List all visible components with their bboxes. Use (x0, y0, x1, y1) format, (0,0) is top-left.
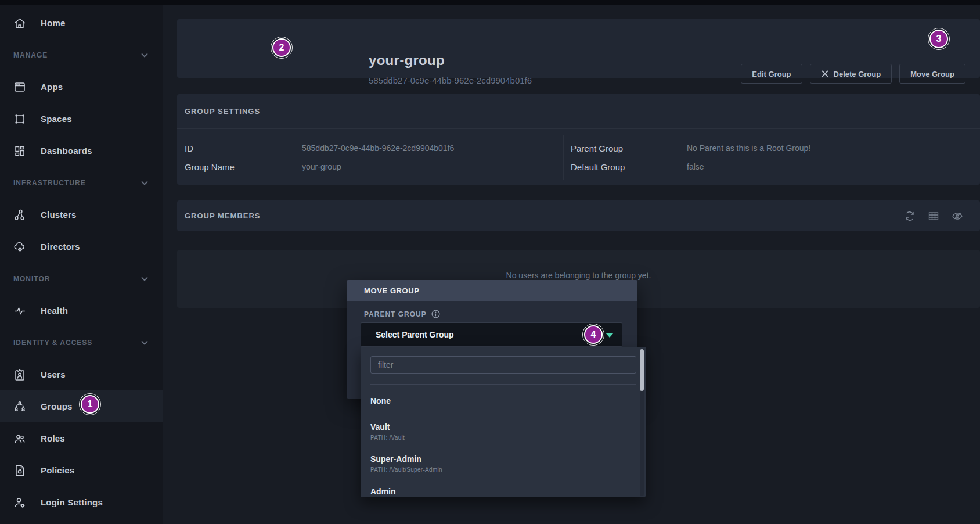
refresh-icon (903, 210, 916, 222)
info-icon[interactable] (431, 310, 440, 318)
setting-value-id: 585ddb27-0c9e-44bb-962e-2cd9904b01f6 (302, 143, 454, 153)
sidebar-item-login-settings[interactable]: Login Settings (0, 486, 163, 518)
sidebar-item-directors[interactable]: Directors (0, 231, 163, 263)
sidebar-item-label: Health (41, 306, 68, 315)
page-title: your-group (369, 52, 445, 69)
modal-titlebar: MOVE GROUP (347, 280, 637, 301)
group-members-heading: GROUP MEMBERS (177, 211, 261, 220)
setting-label-id: ID (185, 143, 193, 153)
sidebar: Home MANAGE Apps Spaces Dashboards INFRA… (0, 5, 163, 524)
select-value: Select Parent Group (376, 330, 454, 339)
sidebar-item-policies[interactable]: Policies (0, 454, 163, 486)
delete-group-button[interactable]: Delete Group (810, 64, 892, 84)
setting-value-group-name: your-group (302, 162, 341, 171)
policies-icon (13, 464, 27, 478)
parent-group-dropdown: None Vault PATH: /Vault Super-Admin PATH… (361, 347, 646, 497)
step-badge-1: 1 (81, 395, 99, 414)
directors-icon (13, 240, 27, 254)
group-settings-heading: GROUP SETTINGS (185, 107, 260, 116)
sidebar-item-label: Groups (41, 401, 73, 411)
step-badge-2: 2 (272, 38, 291, 57)
sidebar-item-label: Spaces (41, 114, 72, 124)
login-settings-icon (13, 496, 27, 509)
sidebar-item-apps[interactable]: Apps (0, 71, 163, 103)
sidebar-section-manage[interactable]: MANAGE (0, 39, 163, 71)
dropdown-option-super-admin[interactable]: Super-Admin PATH: /Vault/Super-Admin (361, 454, 636, 473)
close-x-icon (821, 70, 829, 78)
filter-input[interactable] (370, 356, 636, 374)
eye-off-icon (951, 210, 964, 222)
settings-column-divider (563, 135, 564, 180)
hide-columns-button[interactable] (951, 210, 964, 222)
edit-group-button[interactable]: Edit Group (741, 64, 802, 84)
sidebar-item-label: Login Settings (41, 497, 103, 507)
sidebar-item-roles[interactable]: Roles (0, 422, 163, 454)
home-icon (13, 16, 27, 30)
step-badge-3: 3 (929, 30, 948, 48)
parent-group-field-label: PARENT GROUP (364, 310, 440, 318)
groups-icon (13, 400, 27, 414)
chevron-down-icon (139, 338, 150, 348)
roles-icon (13, 432, 27, 446)
sidebar-item-clusters[interactable]: Clusters (0, 199, 163, 231)
dropdown-option-admin[interactable]: Admin (361, 487, 636, 496)
spaces-icon (13, 112, 27, 126)
sidebar-item-label: Users (41, 369, 66, 379)
users-icon (13, 368, 27, 382)
setting-label-parent-group: Parent Group (571, 143, 623, 153)
sidebar-item-home[interactable]: Home (0, 7, 163, 39)
sidebar-item-users[interactable]: Users (0, 358, 163, 390)
refresh-button[interactable] (903, 210, 916, 222)
step-badge-4: 4 (584, 325, 603, 344)
sidebar-item-label: Home (41, 18, 65, 28)
dropdown-option-vault[interactable]: Vault PATH: /Vault (361, 422, 636, 441)
sidebar-item-label: Clusters (41, 210, 77, 220)
setting-value-default-group: false (687, 162, 704, 171)
sidebar-item-label: Dashboards (41, 146, 92, 156)
sidebar-item-spaces[interactable]: Spaces (0, 103, 163, 135)
move-group-button[interactable]: Move Group (899, 64, 965, 84)
setting-label-group-name: Group Name (185, 162, 235, 172)
chevron-down-icon (139, 178, 150, 188)
dropdown-scrollbar-thumb[interactable] (640, 349, 644, 391)
sidebar-item-dashboards[interactable]: Dashboards (0, 135, 163, 167)
chevron-down-icon (139, 50, 150, 60)
parent-group-select[interactable]: Select Parent Group (361, 322, 622, 347)
health-icon (13, 304, 27, 318)
clusters-icon (13, 208, 27, 222)
dropdown-divider (370, 384, 636, 385)
sidebar-item-health[interactable]: Health (0, 295, 163, 326)
apps-icon (13, 80, 27, 94)
modal-title: MOVE GROUP (364, 286, 420, 295)
group-header-panel: your-group 585ddb27-0c9e-44bb-962e-2cd99… (177, 19, 980, 78)
group-members-panel: GROUP MEMBERS (177, 200, 980, 231)
top-bar (0, 0, 980, 5)
sidebar-section-identity-access[interactable]: IDENTITY & ACCESS (0, 326, 163, 358)
dashboards-icon (13, 144, 27, 158)
group-uuid: 585ddb27-0c9e-44bb-962e-2cd9904b01f6 (369, 76, 532, 85)
setting-value-parent-group: No Parent as this is a Root Group! (687, 143, 810, 153)
table-view-button[interactable] (927, 210, 940, 222)
sidebar-section-monitor[interactable]: MONITOR (0, 263, 163, 295)
members-empty-text: No users are belonging to the group yet. (506, 271, 651, 280)
dropdown-option-none[interactable]: None (361, 396, 636, 405)
sidebar-item-label: Apps (41, 82, 63, 92)
table-icon (927, 210, 940, 222)
setting-label-default-group: Default Group (571, 162, 625, 172)
caret-down-icon (606, 333, 614, 338)
sidebar-item-label: Policies (41, 465, 74, 475)
chevron-down-icon (139, 274, 150, 284)
sidebar-item-label: Roles (41, 433, 65, 443)
sidebar-item-label: Directors (41, 242, 80, 252)
sidebar-section-infrastructure[interactable]: INFRASTRUCTURE (0, 167, 163, 199)
